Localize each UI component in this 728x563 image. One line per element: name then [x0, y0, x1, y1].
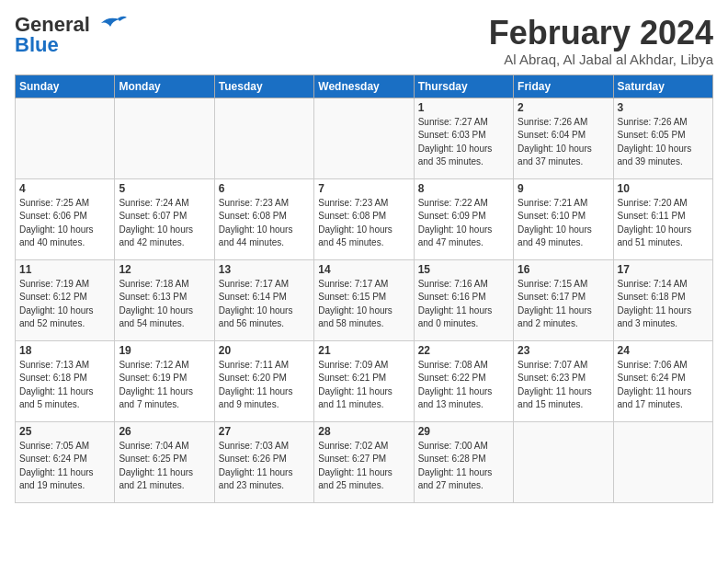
- calendar-cell: 3Sunrise: 7:26 AM Sunset: 6:05 PM Daylig…: [613, 98, 712, 178]
- calendar-cell: 22Sunrise: 7:08 AM Sunset: 6:22 PM Dayli…: [414, 340, 513, 421]
- calendar-week-row: 1Sunrise: 7:27 AM Sunset: 6:03 PM Daylig…: [16, 98, 713, 178]
- day-number: 29: [418, 425, 509, 438]
- logo-bird-icon: [92, 14, 127, 32]
- weekday-header-friday: Friday: [514, 75, 613, 98]
- day-detail: Sunrise: 7:15 AM Sunset: 6:17 PM Dayligh…: [518, 278, 609, 331]
- calendar-cell: 2Sunrise: 7:26 AM Sunset: 6:04 PM Daylig…: [514, 98, 613, 178]
- day-detail: Sunrise: 7:26 AM Sunset: 6:05 PM Dayligh…: [618, 116, 709, 169]
- calendar-cell: 21Sunrise: 7:09 AM Sunset: 6:21 PM Dayli…: [314, 340, 414, 421]
- day-number: 8: [418, 182, 509, 195]
- weekday-header-tuesday: Tuesday: [214, 75, 313, 98]
- calendar-week-row: 25Sunrise: 7:05 AM Sunset: 6:24 PM Dayli…: [16, 421, 713, 502]
- day-number: 25: [19, 425, 110, 438]
- calendar-cell: 7Sunrise: 7:23 AM Sunset: 6:08 PM Daylig…: [314, 178, 414, 259]
- day-detail: Sunrise: 7:16 AM Sunset: 6:16 PM Dayligh…: [418, 278, 509, 331]
- calendar-table: SundayMondayTuesdayWednesdayThursdayFrid…: [15, 75, 713, 503]
- calendar-cell: 17Sunrise: 7:14 AM Sunset: 6:18 PM Dayli…: [613, 259, 712, 340]
- day-number: 11: [19, 263, 110, 276]
- calendar-cell: 6Sunrise: 7:23 AM Sunset: 6:08 PM Daylig…: [214, 178, 313, 259]
- calendar-week-row: 18Sunrise: 7:13 AM Sunset: 6:18 PM Dayli…: [16, 340, 713, 421]
- calendar-cell: [514, 421, 613, 502]
- calendar-cell: 8Sunrise: 7:22 AM Sunset: 6:09 PM Daylig…: [414, 178, 513, 259]
- calendar-cell: 5Sunrise: 7:24 AM Sunset: 6:07 PM Daylig…: [115, 178, 214, 259]
- calendar-cell: 24Sunrise: 7:06 AM Sunset: 6:24 PM Dayli…: [613, 340, 712, 421]
- calendar-cell: 13Sunrise: 7:17 AM Sunset: 6:14 PM Dayli…: [214, 259, 313, 340]
- day-number: 28: [318, 425, 409, 438]
- day-number: 4: [19, 182, 110, 195]
- day-number: 23: [518, 344, 609, 357]
- day-number: 22: [418, 344, 509, 357]
- weekday-header-monday: Monday: [115, 75, 214, 98]
- weekday-header-row: SundayMondayTuesdayWednesdayThursdayFrid…: [16, 75, 713, 98]
- day-number: 24: [618, 344, 709, 357]
- calendar-cell: 25Sunrise: 7:05 AM Sunset: 6:24 PM Dayli…: [16, 421, 115, 502]
- day-detail: Sunrise: 7:19 AM Sunset: 6:12 PM Dayligh…: [19, 278, 110, 331]
- day-number: 15: [418, 263, 509, 276]
- calendar-cell: 29Sunrise: 7:00 AM Sunset: 6:28 PM Dayli…: [414, 421, 513, 502]
- day-number: 27: [219, 425, 310, 438]
- day-detail: Sunrise: 7:14 AM Sunset: 6:18 PM Dayligh…: [618, 278, 709, 331]
- day-detail: Sunrise: 7:24 AM Sunset: 6:07 PM Dayligh…: [119, 197, 210, 250]
- calendar-cell: 15Sunrise: 7:16 AM Sunset: 6:16 PM Dayli…: [414, 259, 513, 340]
- calendar-cell: 23Sunrise: 7:07 AM Sunset: 6:23 PM Dayli…: [514, 340, 613, 421]
- weekday-header-sunday: Sunday: [16, 75, 115, 98]
- day-detail: Sunrise: 7:27 AM Sunset: 6:03 PM Dayligh…: [418, 116, 509, 169]
- day-detail: Sunrise: 7:00 AM Sunset: 6:28 PM Dayligh…: [418, 440, 509, 493]
- weekday-header-wednesday: Wednesday: [314, 75, 414, 98]
- calendar-cell: 14Sunrise: 7:17 AM Sunset: 6:15 PM Dayli…: [314, 259, 414, 340]
- day-detail: Sunrise: 7:09 AM Sunset: 6:21 PM Dayligh…: [318, 359, 409, 412]
- calendar-subtitle: Al Abraq, Al Jabal al Akhdar, Libya: [489, 52, 713, 67]
- title-area: February 2024 Al Abraq, Al Jabal al Akhd…: [489, 15, 713, 67]
- day-number: 1: [418, 101, 509, 114]
- day-detail: Sunrise: 7:12 AM Sunset: 6:19 PM Dayligh…: [119, 359, 210, 412]
- day-number: 12: [119, 263, 210, 276]
- logo-text: General: [15, 15, 90, 35]
- day-number: 13: [219, 263, 310, 276]
- day-detail: Sunrise: 7:20 AM Sunset: 6:11 PM Dayligh…: [618, 197, 709, 250]
- day-detail: Sunrise: 7:06 AM Sunset: 6:24 PM Dayligh…: [618, 359, 709, 412]
- day-detail: Sunrise: 7:04 AM Sunset: 6:25 PM Dayligh…: [119, 440, 210, 493]
- day-number: 20: [219, 344, 310, 357]
- day-number: 6: [219, 182, 310, 195]
- calendar-cell: 12Sunrise: 7:18 AM Sunset: 6:13 PM Dayli…: [115, 259, 214, 340]
- calendar-week-row: 11Sunrise: 7:19 AM Sunset: 6:12 PM Dayli…: [16, 259, 713, 340]
- calendar-cell: 28Sunrise: 7:02 AM Sunset: 6:27 PM Dayli…: [314, 421, 414, 502]
- calendar-cell: 18Sunrise: 7:13 AM Sunset: 6:18 PM Dayli…: [16, 340, 115, 421]
- calendar-cell: 16Sunrise: 7:15 AM Sunset: 6:17 PM Dayli…: [514, 259, 613, 340]
- weekday-header-thursday: Thursday: [414, 75, 513, 98]
- day-number: 7: [318, 182, 409, 195]
- calendar-cell: [613, 421, 712, 502]
- day-detail: Sunrise: 7:23 AM Sunset: 6:08 PM Dayligh…: [219, 197, 310, 250]
- day-number: 3: [618, 101, 709, 114]
- calendar-cell: 11Sunrise: 7:19 AM Sunset: 6:12 PM Dayli…: [16, 259, 115, 340]
- day-number: 21: [318, 344, 409, 357]
- day-detail: Sunrise: 7:05 AM Sunset: 6:24 PM Dayligh…: [19, 440, 110, 493]
- day-detail: Sunrise: 7:07 AM Sunset: 6:23 PM Dayligh…: [518, 359, 609, 412]
- calendar-cell: 1Sunrise: 7:27 AM Sunset: 6:03 PM Daylig…: [414, 98, 513, 178]
- weekday-header-saturday: Saturday: [613, 75, 712, 98]
- header: General Blue February 2024 Al Abraq, Al …: [15, 15, 713, 67]
- calendar-cell: 19Sunrise: 7:12 AM Sunset: 6:19 PM Dayli…: [115, 340, 214, 421]
- day-detail: Sunrise: 7:03 AM Sunset: 6:26 PM Dayligh…: [219, 440, 310, 493]
- day-detail: Sunrise: 7:11 AM Sunset: 6:20 PM Dayligh…: [219, 359, 310, 412]
- calendar-title: February 2024: [489, 15, 713, 52]
- day-number: 17: [618, 263, 709, 276]
- day-detail: Sunrise: 7:23 AM Sunset: 6:08 PM Dayligh…: [318, 197, 409, 250]
- day-detail: Sunrise: 7:21 AM Sunset: 6:10 PM Dayligh…: [518, 197, 609, 250]
- calendar-cell: 26Sunrise: 7:04 AM Sunset: 6:25 PM Dayli…: [115, 421, 214, 502]
- day-number: 9: [518, 182, 609, 195]
- calendar-cell: 10Sunrise: 7:20 AM Sunset: 6:11 PM Dayli…: [613, 178, 712, 259]
- day-detail: Sunrise: 7:18 AM Sunset: 6:13 PM Dayligh…: [119, 278, 210, 331]
- calendar-cell: 20Sunrise: 7:11 AM Sunset: 6:20 PM Dayli…: [214, 340, 313, 421]
- calendar-cell: 27Sunrise: 7:03 AM Sunset: 6:26 PM Dayli…: [214, 421, 313, 502]
- day-number: 14: [318, 263, 409, 276]
- day-detail: Sunrise: 7:02 AM Sunset: 6:27 PM Dayligh…: [318, 440, 409, 493]
- calendar-cell: 9Sunrise: 7:21 AM Sunset: 6:10 PM Daylig…: [514, 178, 613, 259]
- day-detail: Sunrise: 7:22 AM Sunset: 6:09 PM Dayligh…: [418, 197, 509, 250]
- day-number: 16: [518, 263, 609, 276]
- day-number: 26: [119, 425, 210, 438]
- calendar-cell: [16, 98, 115, 178]
- calendar-cell: 4Sunrise: 7:25 AM Sunset: 6:06 PM Daylig…: [16, 178, 115, 259]
- day-detail: Sunrise: 7:17 AM Sunset: 6:15 PM Dayligh…: [318, 278, 409, 331]
- day-detail: Sunrise: 7:08 AM Sunset: 6:22 PM Dayligh…: [418, 359, 509, 412]
